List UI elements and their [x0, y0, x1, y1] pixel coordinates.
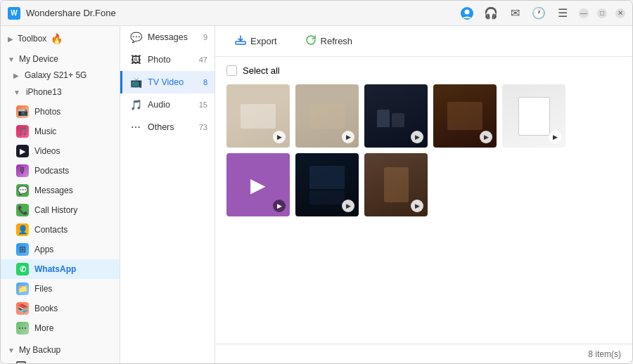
- photo-sub-icon: 🖼: [129, 54, 142, 65]
- history-icon[interactable]: 🕐: [531, 6, 546, 21]
- thumb-7-content: [384, 167, 409, 202]
- video-thumb-3[interactable]: ▶: [364, 84, 428, 148]
- video-thumb-5[interactable]: ▶: [502, 84, 565, 148]
- my-backup-section: ▼ My Backup iPhone13 03/15 iPhone 12 min…: [1, 341, 120, 363]
- select-all-checkbox[interactable]: [226, 65, 237, 76]
- music-label: Music: [34, 126, 56, 136]
- more-icon: ⋯: [16, 322, 29, 334]
- podcasts-label: Podcasts: [34, 166, 69, 176]
- apps-label: Apps: [34, 245, 53, 254]
- sidebar-item-files[interactable]: 📁 Files: [1, 279, 120, 299]
- iphone13-children: 📷 Photos 🎵 Music ▶ Videos 🎙 Podcasts: [1, 102, 120, 338]
- sidebar-item-messages[interactable]: 💬 Messages: [1, 181, 120, 200]
- export-label: Export: [250, 36, 277, 46]
- sidebar-item-contacts[interactable]: 👤 Contacts: [1, 220, 120, 240]
- sub-item-audio[interactable]: 🎵 Audio 15: [120, 93, 215, 116]
- toolbar: Export Refresh: [215, 26, 632, 57]
- play-3-icon: ▶: [411, 131, 423, 143]
- headset-icon[interactable]: 🎧: [483, 6, 499, 21]
- sub-sidebar: 💬 Messages 9 🖼 Photo 47 📺 TV Video 8 🎵 A…: [120, 26, 215, 363]
- placeholder-small-play: ▶: [273, 200, 286, 212]
- others-sub-label: Others: [148, 122, 174, 132]
- select-all-row: Select all: [226, 65, 621, 76]
- photo-sub-count: 47: [199, 56, 207, 64]
- video-thumb-4[interactable]: ▶: [433, 84, 497, 148]
- profile-icon[interactable]: [459, 6, 475, 21]
- main-layout: ▶ Toolbox 🔥 ▼ My Device ▶ Galaxy S21+ 5G: [1, 26, 632, 363]
- play-2-icon: ▶: [342, 131, 354, 143]
- iphone13-chevron: ▼: [13, 89, 20, 96]
- titlebar-left: W Wondershare Dr.Fone: [8, 7, 116, 20]
- photo-sub-label: Photo: [148, 55, 171, 65]
- sub-item-tv-video[interactable]: 📺 TV Video 8: [120, 71, 215, 93]
- files-label: Files: [34, 284, 52, 294]
- sidebar-item-whatsapp[interactable]: ✆ WhatsApp: [1, 259, 120, 279]
- podcasts-icon: 🎙: [16, 164, 29, 177]
- sidebar-item-music[interactable]: 🎵 Music: [1, 122, 120, 141]
- sidebar-item-apps[interactable]: ⊞ Apps: [1, 240, 120, 259]
- thumb-1-content: [241, 104, 276, 129]
- toolbox-chevron: ▶: [8, 35, 13, 43]
- mail-icon[interactable]: ✉: [507, 6, 523, 21]
- sidebar-item-photos[interactable]: 📷 Photos: [1, 102, 120, 122]
- close-button[interactable]: ✕: [615, 8, 625, 18]
- more-label: More: [34, 323, 53, 333]
- iphone13-header[interactable]: ▼ iPhone13: [1, 84, 120, 100]
- videos-icon: ▶: [16, 145, 29, 157]
- backup-iphone13[interactable]: iPhone13 03/15: [1, 358, 120, 363]
- my-backup-label: My Backup: [19, 345, 60, 355]
- play-6-icon: ▶: [342, 200, 354, 212]
- messages-icon: 💬: [16, 184, 29, 197]
- svg-point-1: [465, 9, 470, 14]
- video-thumb-2[interactable]: ▶: [295, 84, 359, 148]
- photos-icon: 📷: [16, 105, 29, 118]
- galaxy-item[interactable]: ▶ Galaxy S21+ 5G: [1, 67, 120, 84]
- backup-iphone13-label: iPhone13: [32, 363, 68, 363]
- messages-sub-label: Messages: [148, 32, 188, 42]
- toolbox-label: Toolbox: [18, 34, 46, 44]
- menu-icon[interactable]: ☰: [555, 6, 570, 21]
- others-sub-count: 73: [199, 123, 207, 131]
- content-area: Select all ▶: [215, 57, 632, 344]
- flame-icon: 🔥: [51, 33, 63, 44]
- sub-item-messages[interactable]: 💬 Messages 9: [120, 26, 215, 48]
- refresh-button[interactable]: Refresh: [297, 30, 362, 53]
- tv-video-sub-label: TV Video: [148, 77, 184, 87]
- maximize-button[interactable]: □: [597, 8, 607, 18]
- messages-label: Messages: [34, 186, 73, 195]
- sidebar-item-videos[interactable]: ▶ Videos: [1, 141, 120, 161]
- my-backup-header[interactable]: ▼ My Backup: [1, 341, 120, 358]
- sub-item-others[interactable]: ⋯ Others 73: [120, 116, 215, 138]
- thumb-6-content: [309, 166, 345, 204]
- video-thumb-1[interactable]: ▶: [226, 84, 290, 148]
- video-thumb-7[interactable]: ▶: [364, 153, 428, 216]
- audio-sub-count: 15: [199, 100, 207, 109]
- call-history-label: Call History: [34, 205, 77, 215]
- export-button[interactable]: Export: [226, 30, 286, 53]
- sidebar-item-call-history[interactable]: 📞 Call History: [1, 200, 120, 220]
- photos-label: Photos: [34, 107, 60, 117]
- select-all-label: Select all: [243, 65, 280, 76]
- my-device-header[interactable]: ▼ My Device: [1, 50, 120, 67]
- video-grid: ▶ ▶: [226, 84, 621, 216]
- sub-item-photo[interactable]: 🖼 Photo 47: [120, 48, 215, 71]
- sidebar-item-books[interactable]: 📚 Books: [1, 299, 120, 318]
- titlebar-controls: 🎧 ✉ 🕐 ☰ — □ ✕: [459, 6, 625, 21]
- contacts-icon: 👤: [16, 223, 29, 236]
- messages-sub-count: 9: [203, 33, 207, 41]
- refresh-label: Refresh: [321, 36, 353, 46]
- video-thumb-6[interactable]: ▶: [295, 153, 359, 216]
- play-1-icon: ▶: [273, 131, 286, 143]
- sidebar-item-more[interactable]: ⋯ More: [1, 318, 120, 338]
- export-icon: [235, 34, 246, 48]
- books-icon: 📚: [16, 302, 29, 315]
- sidebar-item-podcasts[interactable]: 🎙 Podcasts: [1, 161, 120, 181]
- toolbox-header[interactable]: ▶ Toolbox 🔥: [1, 29, 120, 47]
- whatsapp-icon: ✆: [16, 263, 29, 275]
- video-placeholder[interactable]: ▶ ▶: [226, 153, 290, 216]
- placeholder-play-icon: ▶: [250, 174, 266, 197]
- videos-label: Videos: [34, 146, 60, 156]
- main-content: Export Refresh Select all: [215, 26, 632, 363]
- minimize-button[interactable]: —: [579, 8, 589, 18]
- left-sidebar: ▶ Toolbox 🔥 ▼ My Device ▶ Galaxy S21+ 5G: [1, 26, 120, 363]
